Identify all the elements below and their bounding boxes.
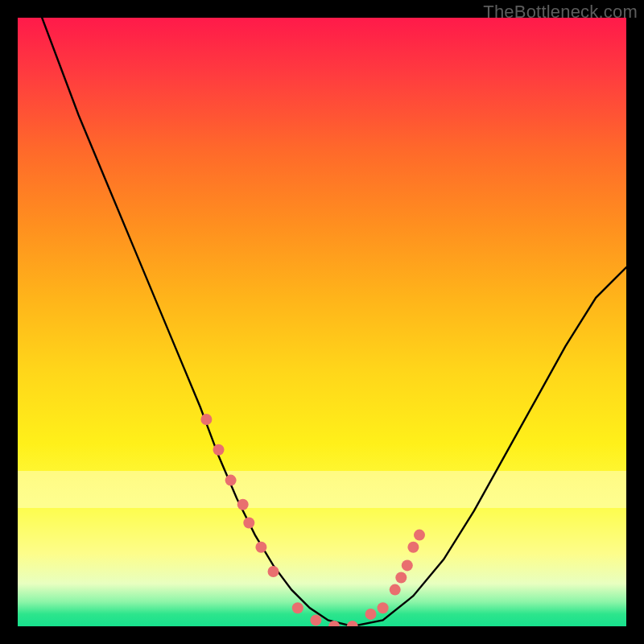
marker-dot [390, 584, 401, 596]
plot-area [18, 18, 626, 626]
marker-dot [200, 414, 212, 425]
marker-dot [213, 444, 225, 456]
marker-dot [268, 566, 279, 577]
marker-dot [414, 530, 425, 541]
marker-dot [292, 602, 303, 613]
watermark-text: TheBottleneck.com [483, 2, 638, 23]
marker-dot [243, 518, 254, 529]
marker-dot [255, 542, 266, 553]
marker-dot [225, 475, 237, 486]
marker-dot [237, 499, 249, 510]
marker-dot [402, 559, 413, 571]
highlight-markers [200, 414, 425, 626]
chart-frame: TheBottleneck.com [0, 0, 644, 644]
bottleneck-curve [42, 18, 626, 626]
marker-dot [395, 572, 407, 584]
marker-dot [365, 609, 377, 620]
curve-layer [18, 18, 626, 626]
marker-dot [310, 614, 321, 625]
marker-dot [378, 602, 389, 613]
marker-dot [407, 542, 419, 553]
marker-dot [347, 621, 358, 626]
